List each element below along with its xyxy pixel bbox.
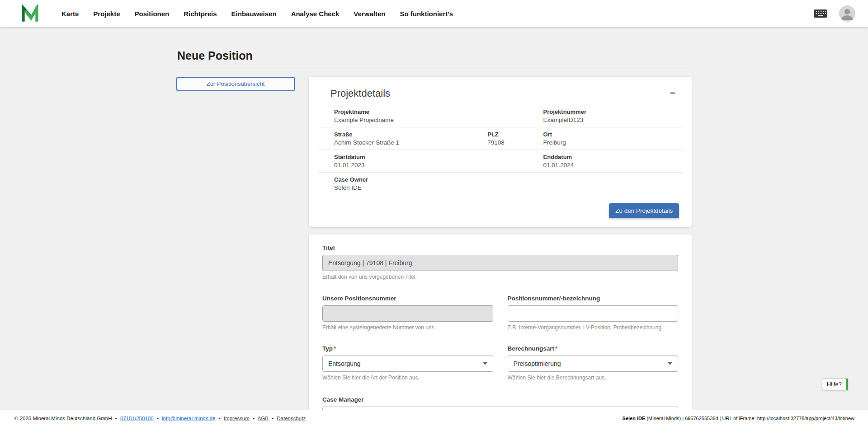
footer-link-datenschutz[interactable]: Datenschutz [277, 416, 306, 421]
field-label: Straße [334, 131, 483, 138]
separator: • [157, 416, 159, 421]
top-nav: Karte Projekte Positionen Richtpreis Ein… [0, 0, 868, 27]
position-number-field: Positionsnummer/-bezeichnung Z.B. Intern… [508, 295, 679, 332]
our-position-number-input [322, 305, 493, 322]
project-details-table: Projektname Example Projectname Projektn… [318, 105, 683, 195]
nav-item-karte[interactable]: Karte [61, 10, 79, 18]
our-position-number-field: Unsere Positionsnummer Erhält eine syste… [322, 295, 493, 332]
field-label: PLZ [487, 131, 538, 138]
footer-link-phone[interactable]: 07151/250100 [120, 416, 154, 421]
field-value: ExampleID123 [543, 117, 678, 123]
field-label: Ort [543, 131, 678, 138]
titel-input [322, 255, 678, 271]
separator: • [253, 416, 255, 421]
keyboard-icon[interactable] [814, 9, 827, 18]
separator: • [219, 416, 221, 421]
position-number-input[interactable] [508, 305, 679, 322]
case-manager-label: Case Manager [322, 396, 678, 403]
case-manager-input[interactable] [322, 407, 678, 410]
field-label: Startdatum [334, 154, 539, 160]
berechnungsart-select[interactable]: Preisoptimierung [508, 356, 679, 372]
footer-user: Selen IDE [623, 416, 646, 421]
nav-item-analyse-check[interactable]: Analyse Check [291, 10, 340, 18]
back-to-positions-button[interactable]: Zur Positionsübersicht [176, 77, 295, 91]
our-position-number-help: Erhält eine systemgenerierte Nummer von … [322, 324, 493, 332]
position-form-card: Titel Erhält den von uns vorgegebenen Ti… [309, 234, 692, 410]
titel-field: Titel Erhält den von uns vorgegebenen Ti… [322, 244, 678, 281]
nav-item-verwalten[interactable]: Verwalten [354, 10, 385, 18]
footer-info: (Mineral Minds) | 69576255536d | URL of … [645, 416, 854, 421]
chevron-down-icon [668, 362, 672, 365]
project-card-title: Projektdetails [330, 88, 390, 99]
separator: • [115, 416, 117, 421]
help-button[interactable]: Hilfe? [822, 378, 848, 390]
typ-select[interactable]: Entsorgung [322, 356, 493, 372]
nav-item-projekte[interactable]: Projekte [93, 10, 120, 18]
footer-legal: © 2025 Mineral Minds Deutschland GmbH • … [14, 416, 306, 421]
required-marker: * [334, 345, 336, 352]
berechnungsart-label: Berechnungsart [508, 345, 555, 352]
titel-label: Titel [322, 244, 678, 251]
berechnungsart-field: Berechnungsart* Preisoptimierung Wählen … [508, 345, 679, 382]
project-details-card: Projektdetails – Projektname Example Pro… [309, 77, 692, 227]
field-value: Example Projectname [334, 117, 539, 123]
nav-item-so-funktionierts[interactable]: So funktioniert's [400, 10, 453, 18]
app-logo[interactable] [21, 5, 39, 23]
nav-item-positionen[interactable]: Positionen [135, 10, 170, 18]
table-row: Projektname Example Projectname Projektn… [318, 105, 683, 127]
footer-link-email[interactable]: info@mineral-minds.de [162, 416, 215, 421]
collapse-button[interactable]: – [665, 86, 680, 99]
title-divider [176, 69, 692, 69]
main-navigation: Karte Projekte Positionen Richtpreis Ein… [61, 10, 453, 18]
footer: © 2025 Mineral Minds Deutschland GmbH • … [0, 410, 868, 426]
copyright-text: © 2025 Mineral Minds Deutschland GmbH [14, 416, 112, 421]
field-label: Projektname [334, 108, 539, 115]
typ-selected-value: Entsorgung [328, 360, 361, 367]
typ-field: Typ* Entsorgung Wählen Sie hier die Art … [322, 345, 493, 382]
chevron-down-icon [483, 362, 487, 365]
field-label: Case Owner [334, 176, 678, 183]
position-number-label: Positionsnummer/-bezeichnung [508, 295, 679, 302]
field-value: Freiburg [543, 139, 678, 146]
table-row: Straße Achim-Stocker-Straße 1 PLZ 79108 … [318, 127, 683, 150]
field-value: 79108 [487, 139, 538, 146]
footer-session-info: Selen IDE (Mineral Minds) | 69576255536d… [623, 416, 854, 421]
nav-item-einbauweisen[interactable]: Einbauweisen [231, 10, 277, 18]
footer-link-agb[interactable]: AGB [258, 416, 269, 421]
field-value: 01.01.2024 [543, 162, 678, 169]
table-row: Case Owner Selen IDE [318, 173, 683, 195]
nav-right-controls [814, 5, 855, 22]
footer-link-impressum[interactable]: Impressum [224, 416, 250, 421]
case-manager-field: Case Manager [322, 396, 678, 410]
berechnungsart-help: Wählen Sie hier die Berechnungsart aus. [508, 375, 679, 382]
berechnungsart-selected-value: Preisoptimierung [514, 360, 561, 367]
nav-item-richtpreis[interactable]: Richtpreis [184, 10, 217, 18]
titel-help: Erhält den von uns vorgegebenen Titel. [322, 274, 678, 281]
table-row: Startdatum 01.01.2023 Enddatum 01.01.202… [318, 150, 683, 173]
separator: • [272, 416, 274, 421]
field-value: Selen IDE [334, 184, 678, 191]
field-label: Enddatum [543, 154, 678, 160]
main-content: Neue Position Zur Positionsübersicht Pro… [0, 27, 868, 410]
project-details-button[interactable]: Zu den Projektdetails [609, 203, 679, 218]
page-title: Neue Position [177, 49, 692, 62]
mineral-minds-logo-icon [21, 5, 39, 23]
field-value: Achim-Stocker-Straße 1 [334, 139, 483, 146]
position-number-help: Z.B. Interne-Vorgangsnummer, LV-Position… [508, 324, 679, 332]
user-avatar[interactable] [839, 5, 855, 22]
typ-help: Wählen Sie hier die Art der Position aus… [322, 375, 493, 382]
field-label: Projektnummer [543, 108, 678, 115]
field-value: 01.01.2023 [334, 162, 539, 169]
our-position-number-label: Unsere Positionsnummer [322, 295, 493, 302]
required-marker: * [555, 345, 557, 352]
left-column: Zur Positionsübersicht [176, 77, 295, 91]
typ-label: Typ [322, 345, 333, 352]
